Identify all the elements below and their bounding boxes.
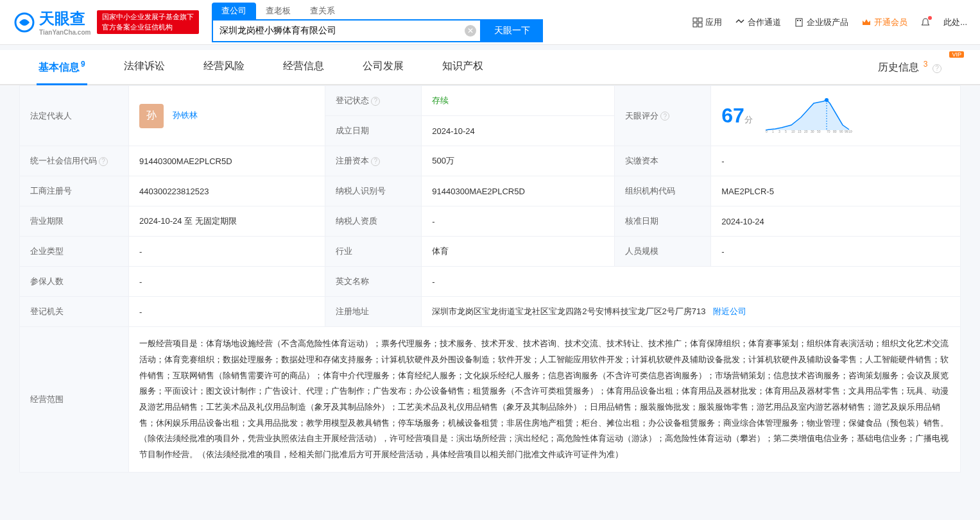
- nearby-company-link[interactable]: 附近公司: [713, 306, 746, 316]
- estab-date-label: 成立日期: [325, 116, 422, 146]
- org-code-label: 组织机构代码: [615, 176, 711, 206]
- help-icon[interactable]: ?: [99, 157, 108, 166]
- search-tab-boss[interactable]: 查老板: [256, 3, 300, 19]
- reg-auth-value: -: [129, 297, 325, 327]
- logo-text: 天眼查: [39, 8, 90, 29]
- tab-operation[interactable]: 经营信息: [264, 50, 343, 84]
- search-section: 查公司 查老板 查关系 ✕ 天眼一下: [212, 3, 543, 42]
- legal-rep-value: 孙 孙铁林: [129, 86, 325, 146]
- main-tabs: 基本信息9 法律诉讼 经营风险 经营信息 公司发展 知识产权 VIP 历史信息 …: [0, 50, 980, 85]
- label-text: 登记状态: [336, 96, 369, 105]
- table-row: 参保人数 - 英文名称 -: [20, 267, 961, 297]
- biz-reg-label: 工商注册号: [20, 176, 129, 206]
- nav-notify[interactable]: [920, 17, 931, 28]
- tab-badge: 3: [924, 60, 928, 69]
- svg-text:99: 99: [845, 130, 848, 133]
- score-label: 天眼评分?: [615, 86, 711, 146]
- biz-term-value: 2024-10-24 至 无固定期限: [129, 206, 325, 237]
- nav-partner[interactable]: 合作通道: [735, 17, 781, 28]
- tab-history[interactable]: VIP 历史信息 3 ?: [859, 50, 961, 84]
- handshake-icon: [735, 17, 745, 28]
- tab-legal[interactable]: 法律诉讼: [105, 50, 184, 84]
- svg-text:5: 5: [785, 130, 787, 133]
- svg-point-9: [825, 98, 829, 102]
- legal-rep-name[interactable]: 孙铁林: [173, 110, 198, 120]
- info-table: 法定代表人 孙 孙铁林 登记状态? 存续 天眼评分? 67分 013510152…: [19, 85, 961, 473]
- table-row: 法定代表人 孙 孙铁林 登记状态? 存续 天眼评分? 67分 013510152…: [20, 86, 961, 116]
- logo[interactable]: 天眼查 TianYanCha.com: [13, 8, 90, 36]
- table-row: 企业类型 - 行业 体育 人员规模 -: [20, 237, 961, 267]
- biz-reg-value: 440300223812523: [129, 176, 325, 206]
- tab-development[interactable]: 公司发展: [343, 50, 423, 84]
- tab-badge: 9: [81, 60, 85, 69]
- reg-capital-value: 500万: [422, 146, 615, 176]
- svg-text:90: 90: [839, 130, 843, 133]
- svg-text:50: 50: [817, 130, 821, 133]
- score-unit: 分: [744, 115, 753, 124]
- svg-text:3: 3: [778, 130, 780, 133]
- paid-capital-value: -: [711, 146, 961, 176]
- nav-partner-label: 合作通道: [748, 17, 781, 28]
- search-input[interactable]: [212, 19, 481, 42]
- search-tabs: 查公司 查老板 查关系: [212, 3, 543, 19]
- clear-icon[interactable]: ✕: [465, 25, 476, 37]
- credit-code-label: 统一社会信用代码?: [20, 146, 129, 176]
- label-text: 天眼评分: [625, 111, 658, 121]
- help-icon[interactable]: ?: [371, 97, 380, 106]
- avatar: 孙: [139, 104, 164, 128]
- industry-label: 行业: [325, 237, 422, 267]
- tab-basic-info[interactable]: 基本信息9: [19, 50, 105, 84]
- tab-risk[interactable]: 经营风险: [184, 50, 264, 84]
- svg-text:15: 15: [798, 130, 802, 133]
- tax-qual-value: -: [422, 206, 615, 237]
- table-row: 统一社会信用代码? 91440300MAE2PLCR5D 注册资本? 500万 …: [20, 146, 961, 176]
- search-tab-relation[interactable]: 查关系: [300, 3, 345, 19]
- search-input-wrap: ✕: [212, 19, 481, 42]
- org-code-value: MAE2PLCR-5: [711, 176, 961, 206]
- status-text: 存续: [432, 96, 449, 105]
- score-number: 67: [721, 104, 744, 127]
- table-row: 工商注册号 440300223812523 纳税人识别号 91440300MAE…: [20, 176, 961, 206]
- search-button[interactable]: 天眼一下: [481, 19, 543, 42]
- nav-apps-label: 应用: [705, 17, 722, 28]
- svg-rect-6: [797, 20, 798, 21]
- tax-id-label: 纳税人识别号: [325, 176, 422, 206]
- vip-badge: VIP: [949, 51, 964, 58]
- nav-enterprise[interactable]: 企业级产品: [794, 17, 848, 28]
- nav-apps[interactable]: 应用: [692, 17, 722, 28]
- help-icon[interactable]: ?: [371, 157, 380, 166]
- tab-label: 基本信息: [39, 62, 80, 72]
- nav-vip[interactable]: 开通会员: [861, 17, 907, 28]
- score-distribution-chart: 0135101520305070809099100: [762, 98, 852, 133]
- nav-vip-label: 开通会员: [874, 17, 907, 28]
- nav-here[interactable]: 此处...: [943, 17, 967, 28]
- search-tab-company[interactable]: 查公司: [212, 3, 256, 19]
- svg-rect-3: [693, 23, 697, 27]
- svg-text:20: 20: [804, 130, 808, 133]
- scope-label: 经营范围: [20, 327, 129, 473]
- logo-subtitle: TianYanCha.com: [39, 29, 90, 36]
- eng-name-value: -: [422, 267, 961, 297]
- help-icon[interactable]: ?: [933, 64, 941, 73]
- svg-text:10: 10: [791, 130, 795, 133]
- tax-id-value: 91440300MAE2PLCR5D: [422, 176, 615, 206]
- grid-icon: [692, 17, 703, 28]
- svg-rect-5: [796, 19, 802, 26]
- paid-capital-label: 实缴资本: [615, 146, 711, 176]
- address-text: 深圳市龙岗区宝龙街道宝龙社区宝龙四路2号安博科技宝龙厂区2号厂房713: [432, 306, 705, 316]
- svg-rect-4: [698, 23, 702, 27]
- staff-label: 人员规模: [615, 237, 711, 267]
- ent-type-value: -: [129, 237, 325, 267]
- svg-text:1: 1: [772, 130, 774, 133]
- tab-label: 历史信息: [878, 62, 919, 72]
- label-text: 统一社会信用代码: [30, 156, 97, 165]
- reg-status-label: 登记状态?: [325, 86, 422, 116]
- tax-qual-label: 纳税人资质: [325, 206, 422, 237]
- logo-section: 天眼查 TianYanCha.com 国家中小企业发展子基金旗下 官方备案企业征…: [13, 8, 199, 36]
- staff-value: -: [711, 237, 961, 267]
- tab-ip[interactable]: 知识产权: [423, 50, 503, 84]
- logo-icon: [13, 11, 36, 34]
- help-icon[interactable]: ?: [660, 112, 669, 121]
- table-row: 营业期限 2024-10-24 至 无固定期限 纳税人资质 - 核准日期 202…: [20, 206, 961, 237]
- nav-right: 应用 合作通道 企业级产品 开通会员 此处...: [692, 17, 967, 28]
